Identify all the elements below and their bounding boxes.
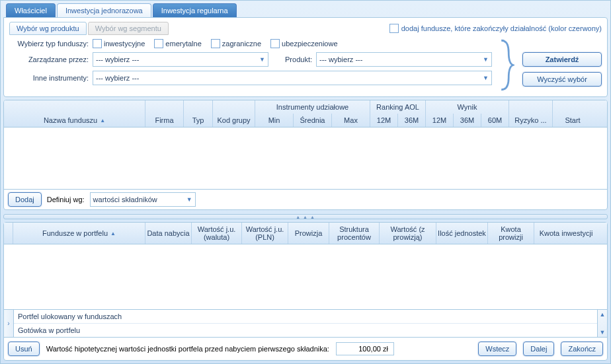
col-wynik-60m[interactable]: 60M: [481, 114, 509, 127]
select-definiuj-wg[interactable]: wartości składników▼: [90, 192, 196, 207]
col-portfolio-funds[interactable]: Fundusze w portfelu▲: [13, 223, 145, 244]
col-group-ranking: Ranking AOL: [370, 100, 426, 114]
confirm-button[interactable]: Zatwierdź: [522, 52, 602, 67]
clear-selection-button[interactable]: Wyczyść wybór: [522, 72, 602, 87]
col-wartosc-waluta[interactable]: Wartość j.u.(waluta): [192, 223, 242, 244]
next-button[interactable]: Dalej: [523, 342, 554, 356]
subtab-by-product[interactable]: Wybór wg produktu: [9, 22, 87, 35]
hypothetical-value-input[interactable]: 100,00 zł: [336, 342, 394, 355]
add-button[interactable]: Dodaj: [8, 192, 42, 207]
col-kwota-inwestycji[interactable]: Kwota inwestycji: [534, 223, 598, 244]
funds-grid: Instrumenty udziałowe Ranking AOL Wynik …: [3, 100, 608, 210]
col-wartosc-pln[interactable]: Wartość j.u.(PLN): [242, 223, 288, 244]
brace-icon: [500, 39, 514, 91]
check-zagraniczne[interactable]: zagraniczne: [211, 39, 261, 48]
scroll-down-icon: ▼: [600, 329, 606, 336]
tab-owner[interactable]: Właściciel: [6, 3, 56, 17]
label-managed-by: Zarządzane przez:: [9, 55, 89, 63]
col-typ[interactable]: Typ: [184, 114, 213, 127]
col-ilosc-jednostek[interactable]: Ilość jednostek: [436, 223, 488, 244]
col-prowizja[interactable]: Prowizja: [288, 223, 329, 244]
add-closed-label: dodaj fundusze, które zakończyły działal…: [401, 24, 602, 32]
col-kod-grupy[interactable]: Kod grupy: [213, 114, 255, 127]
col-wartosc-z-prowizja[interactable]: Wartość (z prowizją): [380, 223, 436, 244]
portfolio-grid-body: [4, 244, 607, 309]
label-fund-type: Wybierz typ funduszy:: [9, 40, 89, 48]
filter-panel: Wybór wg produktu Wybór wg segmentu doda…: [3, 17, 608, 97]
check-inwestycyjne[interactable]: inwestycyjne: [93, 39, 145, 48]
select-managed-by[interactable]: --- wybierz ---▼: [93, 52, 268, 67]
col-wynik-12m[interactable]: 12M: [426, 114, 454, 127]
expand-summary-button[interactable]: ›: [4, 310, 14, 337]
check-emerytalne[interactable]: emerytalne: [154, 39, 201, 48]
tab-onetime-investment[interactable]: Inwestycja jednorazowa: [57, 3, 151, 17]
add-closed-funds-checkbox[interactable]: dodaj fundusze, które zakończyły działal…: [389, 22, 602, 35]
portfolio-grid: Fundusze w portfelu▲ Data nabycia Wartoś…: [3, 222, 608, 361]
tab-regular-investment[interactable]: Inwestycja regularna: [153, 3, 237, 17]
col-struktura[interactable]: Struktura procentów: [329, 223, 380, 244]
subtab-by-segment[interactable]: Wybór wg segmentu: [88, 22, 169, 35]
chevron-down-icon: ▼: [483, 56, 489, 63]
checkbox-icon: [389, 24, 399, 33]
checkbox-icon: [93, 39, 102, 48]
col-group-instruments: Instrumenty udziałowe: [255, 100, 370, 114]
label-definiuj-wg: Definiuj wg:: [47, 196, 85, 203]
vertical-scrollbar[interactable]: ▲▼: [597, 310, 607, 337]
col-wynik-36m[interactable]: 36M: [454, 114, 481, 127]
checkbox-icon: [211, 39, 220, 48]
col-ryzyko[interactable]: Ryzyko ...: [509, 114, 553, 127]
delete-button[interactable]: Usuń: [8, 342, 40, 356]
col-max[interactable]: Max: [332, 114, 370, 127]
label-product: Produkt:: [272, 55, 312, 63]
col-fund-name[interactable]: Nazwa funduszu▲: [4, 114, 145, 127]
col-min[interactable]: Min: [255, 114, 294, 127]
finish-button[interactable]: Zakończ: [561, 342, 603, 356]
check-ubezpieczeniowe[interactable]: ubezpieczeniowe: [270, 39, 337, 48]
sort-asc-icon: ▲: [100, 118, 105, 124]
label-hypothetical: Wartość hipotetycznej wartości jednostki…: [46, 345, 329, 353]
select-product[interactable]: --- wybierz ---▼: [316, 52, 492, 67]
col-group-result: Wynik: [426, 100, 509, 114]
col-kwota-prowizji[interactable]: Kwota prowizji: [488, 223, 534, 244]
back-button[interactable]: Wstecz: [478, 342, 516, 356]
col-data-nabycia[interactable]: Data nabycia: [145, 223, 192, 244]
chevron-down-icon: ▼: [259, 56, 265, 63]
scroll-up-icon: ▲: [600, 311, 606, 318]
col-srednia[interactable]: Średnia: [294, 114, 332, 127]
label-other-instruments: Inne instrumenty:: [9, 74, 89, 82]
top-tabs: Właściciel Inwestycja jednorazowa Inwest…: [3, 3, 608, 17]
col-start[interactable]: Start: [553, 114, 592, 127]
checkbox-icon: [270, 39, 280, 48]
chevron-down-icon: ▼: [186, 196, 192, 203]
summary-gotowka: Gotówka w portfelu: [14, 324, 597, 337]
col-rank-36m[interactable]: 36M: [398, 114, 426, 127]
checkbox-icon: [154, 39, 163, 48]
chevron-down-icon: ▼: [483, 75, 489, 81]
col-firma[interactable]: Firma: [145, 114, 184, 127]
funds-grid-body: [4, 127, 607, 189]
select-other-instruments[interactable]: --- wybierz ---▼: [93, 71, 492, 85]
sort-asc-icon: ▲: [110, 231, 116, 237]
summary-portfel: Portfel ulokowany w funduszach: [14, 310, 597, 324]
col-rank-12m[interactable]: 12M: [370, 114, 398, 127]
splitter-handle[interactable]: ▲ ▲ ▲: [3, 214, 608, 219]
